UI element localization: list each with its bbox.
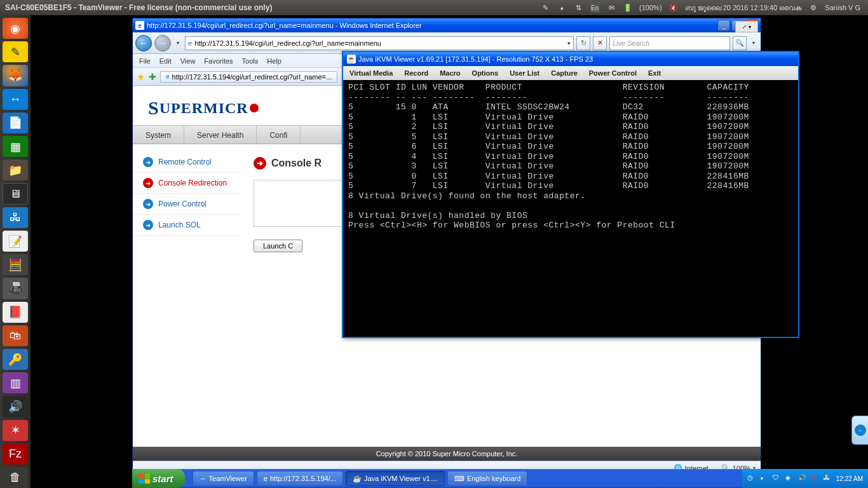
vm-icon[interactable]: ▥ [3, 372, 28, 393]
menu-view[interactable]: View [180, 57, 196, 65]
resize-handle[interactable]: ⤢ ▾ [735, 21, 758, 32]
sidebar-remote-control[interactable]: ➜Remote Control [133, 152, 241, 173]
forward-button[interactable]: → [154, 35, 171, 51]
tray-icon[interactable]: ⬥ [760, 474, 769, 483]
files-icon[interactable]: 📁 [3, 159, 28, 180]
menu-exit[interactable]: Exit [648, 69, 661, 77]
arrow-icon: ➜ [143, 199, 153, 209]
nav-configuration[interactable]: Confi [257, 126, 301, 144]
page-title: Console R [271, 158, 322, 169]
nav-system[interactable]: System [133, 126, 184, 144]
addr-dropdown-icon[interactable]: ▾ [567, 40, 571, 46]
tray-icon[interactable]: 🔊 [798, 474, 807, 483]
menu-favorites[interactable]: Favorites [204, 57, 233, 65]
text-editor-icon[interactable]: ✎ [3, 41, 28, 62]
xp-system-tray[interactable]: ◷ ⬥ 🛡 ◈ 🔊 Q 🖧 12:22 AM [742, 469, 868, 488]
search-dropdown[interactable]: ▾ [749, 40, 758, 46]
sound-icon[interactable]: 🔊 [3, 396, 28, 417]
sidebar-launch-sol[interactable]: ➜Launch SOL [133, 215, 241, 236]
start-button[interactable]: start [132, 469, 185, 488]
filezilla-icon[interactable]: Fz [3, 444, 28, 464]
sidebar-power-control[interactable]: ➜Power Control [133, 194, 241, 215]
address-bar[interactable]: e ▾ [185, 36, 574, 50]
kvm-console[interactable]: PCI SLOT ID LUN VENDOR PRODUCT REVISION … [344, 80, 797, 336]
teamviewer-side-tab[interactable]: ↔ [851, 416, 868, 445]
menu-record[interactable]: Record [404, 69, 428, 77]
add-favorite-icon[interactable]: ✚ [149, 72, 156, 82]
tray-network-icon[interactable]: 🖧 [824, 474, 832, 483]
minimize-button[interactable]: _ [717, 20, 730, 31]
page-title-icon: ➜ [254, 157, 266, 170]
writer-icon[interactable]: 📄 [3, 112, 28, 133]
kvm-titlebar[interactable]: ☕ Java iKVM Viewer v1.69.21 [172.31.5.19… [343, 52, 798, 66]
copyright: Copyright © 2010 Super Micro Computer, I… [133, 447, 761, 461]
tray-shield-icon[interactable]: 🛡 [773, 474, 782, 483]
stop-button[interactable]: ✕ [593, 36, 607, 50]
user-name[interactable]: Sanish V G [825, 4, 860, 11]
calc-icon[interactable]: ▦ [3, 136, 28, 157]
java-icon: ☕ [347, 55, 356, 64]
volume-icon[interactable]: 🔇 [668, 3, 679, 13]
browser-tab[interactable]: e http://172.31.5.194/cgi/url_redirect.c… [160, 71, 337, 83]
edit-icon[interactable]: ✎ [540, 3, 550, 13]
firefox-icon[interactable]: 🦊 [3, 65, 28, 86]
menu-file[interactable]: File [139, 57, 151, 65]
favorites-icon[interactable]: ★ [137, 72, 145, 82]
teamviewer-icon[interactable]: ↔ [3, 89, 28, 110]
menu-help[interactable]: Help [267, 57, 281, 65]
calculator-icon[interactable]: 🧮 [3, 254, 28, 275]
sidebar-console-redirection[interactable]: ➜Console Redirection [133, 173, 241, 194]
rdp-icon[interactable]: 🖧 [3, 207, 28, 228]
refresh-button[interactable]: ↻ [576, 36, 590, 50]
dash-home-icon[interactable]: ◉ [3, 18, 28, 39]
battery-icon[interactable]: 🔋 [623, 3, 633, 13]
tray-icon[interactable]: ◈ [785, 474, 794, 483]
taskbar-kvm[interactable]: ☕Java iKVM Viewer v1.... [346, 471, 445, 486]
scanner-icon[interactable]: 📠 [3, 278, 28, 299]
xp-clock[interactable]: 12:22 AM [836, 475, 863, 482]
search-input[interactable]: Live Search [609, 36, 730, 50]
evolution-icon[interactable]: ✶ [3, 420, 28, 441]
menu-edit[interactable]: Edit [159, 57, 172, 65]
network-icon[interactable]: ⇅ [573, 3, 583, 13]
menu-options[interactable]: Options [472, 69, 499, 77]
menu-tools[interactable]: Tools [242, 57, 259, 65]
launch-console-button[interactable]: Launch C [254, 240, 302, 252]
terminal-icon[interactable]: 🖥 [3, 183, 28, 205]
kvm-title-text: Java iKVM Viewer v1.69.21 [172.31.5.194]… [358, 55, 593, 63]
ie-titlebar[interactable]: e http://172.31.5.194/cgi/url_redirect.c… [133, 18, 761, 32]
ie-title-text: http://172.31.5.194/cgi/url_redirect.cgi… [147, 22, 717, 29]
teamviewer-icon: ↔ [200, 475, 207, 482]
taskbar-ie[interactable]: ehttp://172.31.5.194/... [257, 471, 343, 486]
software-center-icon[interactable]: 🛍 [3, 325, 28, 346]
trash-icon[interactable]: 🗑 [3, 467, 28, 488]
back-button[interactable]: ← [135, 35, 152, 51]
menu-power-control[interactable]: Power Control [589, 69, 637, 77]
menu-virtual-media[interactable]: Virtual Media [349, 69, 393, 77]
nav-history-dropdown[interactable]: ▾ [173, 40, 182, 46]
system-tray: ✎ ⬧ ⇅ En ✉ 🔋 (100%) 🔇 ബു ജൂലൈ 20 2016 12… [540, 3, 865, 13]
battery-percent: (100%) [639, 4, 661, 11]
url-input[interactable] [194, 39, 565, 47]
menu-capture[interactable]: Capture [551, 69, 578, 77]
date-time[interactable]: ബു ജൂലൈ 20 2016 12:19:40 വൈക [685, 4, 803, 12]
tray-icon[interactable]: Q [811, 474, 820, 483]
reader-icon[interactable]: 📕 [3, 302, 28, 323]
xp-taskbar: start ↔TeamViewer ehttp://172.31.5.194/.… [132, 469, 868, 488]
menu-macro[interactable]: Macro [440, 69, 460, 77]
search-button[interactable]: 🔍 [733, 36, 747, 50]
mail-icon[interactable]: ✉ [606, 3, 616, 13]
nav-server-health[interactable]: Server Health [184, 126, 257, 144]
menu-user-list[interactable]: User List [510, 69, 539, 77]
keyboard-lang-indicator[interactable]: En [590, 3, 600, 13]
window-title: SAI-C80E05BE1F5 - TeamViewer - Free lice… [3, 3, 272, 12]
ie-favicon-icon: e [135, 21, 144, 30]
taskbar-teamviewer[interactable]: ↔TeamViewer [193, 471, 254, 486]
tray-icon[interactable]: ◷ [747, 474, 756, 483]
notes-icon[interactable]: 📝 [3, 231, 28, 252]
taskbar-keyboard[interactable]: ⌨English keyboard [447, 471, 527, 486]
dropbox-icon[interactable]: ⬧ [557, 3, 567, 13]
gear-icon[interactable]: ⚙ [808, 3, 818, 13]
ubuntu-top-panel: SAI-C80E05BE1F5 - TeamViewer - Free lice… [0, 0, 868, 15]
password-icon[interactable]: 🔑 [3, 349, 28, 370]
